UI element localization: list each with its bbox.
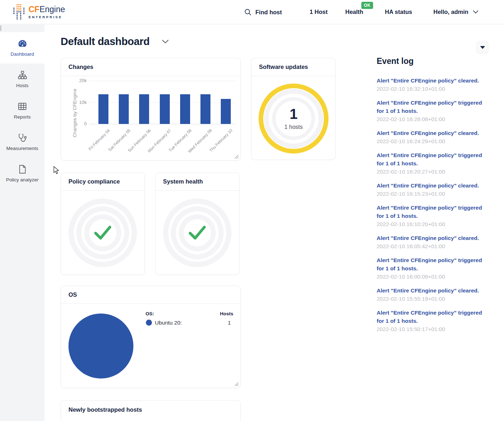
event-message-link[interactable]: Alert "Entire CFEngine policy" triggered… <box>377 99 489 115</box>
sidebar-item-hosts[interactable]: Hosts <box>0 64 45 95</box>
event-timestamp: 2022-02-10 15:55:19+01:00 <box>377 296 489 302</box>
event-message-link[interactable]: Alert "Entire CFEngine policy" cleared. <box>377 129 489 137</box>
event-log-collapse-button[interactable] <box>477 41 488 53</box>
x-axis-tick: Sat February 05 <box>107 128 131 152</box>
resize-handle-icon[interactable] <box>234 155 239 159</box>
event-log-entry: Alert "Entire CFEngine policy" cleared.2… <box>377 129 489 145</box>
bar-mon-february-07[interactable] <box>160 94 170 124</box>
system-health-title: System health <box>163 178 203 185</box>
gridline <box>89 124 236 124</box>
chevron-down-icon <box>473 10 478 14</box>
sidebar-item-label: Policy analyzer <box>6 177 39 182</box>
mouse-cursor <box>54 166 60 175</box>
reports-table-icon <box>18 102 27 111</box>
event-log-entry: Alert "Entire CFEngine policy" triggered… <box>377 309 489 332</box>
sidebar-item-label: Dashboard <box>10 51 34 57</box>
logo-enterprise: ENTERPRISE <box>29 15 65 19</box>
measurements-stethoscope-icon <box>18 133 27 142</box>
user-menu-label: Hello, admin <box>433 9 468 15</box>
sidebar-scrollbar[interactable] <box>0 25 1 31</box>
os-legend-title: OS: <box>146 311 154 316</box>
bar-fri-february-04[interactable] <box>98 94 108 124</box>
event-log: Event log Alert "Entire CFEngine policy"… <box>377 56 489 339</box>
find-host-button[interactable]: Find host <box>244 9 282 16</box>
event-log-entry: Alert "Entire CFEngine policy" triggered… <box>377 151 489 175</box>
dashboard-gauge-icon <box>18 39 27 48</box>
changes-bar-chart: 20k10k0Changes by CFEngineFri February 0… <box>61 76 240 160</box>
ha-status-link[interactable]: HA status <box>385 9 412 15</box>
software-updates-gauge[interactable]: 1 1 hosts <box>259 84 329 154</box>
event-timestamp: 2022-02-10 16:05:42+01:00 <box>377 243 489 250</box>
sidebar: DashboardHostsReportsMeasurementsPolicy … <box>0 25 45 421</box>
changes-card-title: Changes <box>68 64 93 70</box>
event-log-entry: Alert "Entire CFEngine policy" triggered… <box>377 99 489 122</box>
sidebar-item-dashboard[interactable]: Dashboard <box>0 32 45 64</box>
changes-card: Changes 20k10k0Changes by CFEngineFri Fe… <box>61 58 241 161</box>
triangle-down-icon <box>480 46 485 49</box>
event-timestamp: 2022-02-10 16:28:08+01:00 <box>377 116 489 122</box>
policy-compliance-status[interactable] <box>68 199 137 267</box>
cfengine-logo[interactable]: CFEngine ENTERPRISE <box>12 4 65 20</box>
page-title: Default dashboard <box>61 36 150 47</box>
health-status-badge: OK <box>361 2 373 9</box>
event-log-entry: Alert "Entire CFEngine policy" cleared.2… <box>377 181 489 197</box>
bar-wed-february-09[interactable] <box>200 94 210 124</box>
software-updates-card: Software updates 1 1 hosts <box>251 58 336 160</box>
health-label: Health <box>345 9 363 15</box>
sidebar-item-reports[interactable]: Reports <box>0 95 45 126</box>
os-card: OS OS: Hosts Ubuntu 20: 1 <box>61 286 241 388</box>
sidebar-item-label: Measurements <box>6 146 38 151</box>
bar-sat-february-05[interactable] <box>119 94 129 124</box>
event-log-entry: Alert "Entire CFEngine policy" cleared.2… <box>377 286 489 302</box>
bar-tue-february-08[interactable] <box>180 94 190 124</box>
event-timestamp: 2022-02-10 16:10:20+01:00 <box>377 221 489 227</box>
event-message-link[interactable]: Alert "Entire CFEngine policy" cleared. <box>377 234 489 242</box>
system-health-card: System health <box>155 172 240 275</box>
event-message-link[interactable]: Alert "Entire CFEngine policy" triggered… <box>377 256 489 272</box>
x-axis-tick: Thu February 10 <box>209 128 233 153</box>
software-updates-count: 1 <box>290 107 297 121</box>
bar-thu-february-10[interactable] <box>221 99 231 124</box>
event-log-entry: Alert "Entire CFEngine policy" cleared.2… <box>377 76 489 92</box>
sidebar-item-measurements[interactable]: Measurements <box>0 126 45 158</box>
event-timestamp: 2022-02-10 15:50:17+01:00 <box>377 326 489 332</box>
resize-handle-icon[interactable] <box>234 382 239 386</box>
event-log-entry: Alert "Entire CFEngine policy" triggered… <box>377 256 489 280</box>
hosts-sitemap-icon <box>18 70 27 80</box>
dashboard-selector-chevron-icon[interactable] <box>162 40 169 44</box>
app-header: CFEngine ENTERPRISE Find host 1 Host Hea… <box>0 0 504 24</box>
sidebar-item-policy-analyzer[interactable]: Policy analyzer <box>0 158 45 189</box>
check-icon <box>94 225 112 240</box>
gridline <box>89 81 236 81</box>
search-icon <box>244 9 251 16</box>
software-updates-title: Software updates <box>259 64 308 70</box>
event-log-entry: Alert "Entire CFEngine policy" cleared.2… <box>377 234 489 250</box>
host-count-link[interactable]: 1 Host <box>310 9 327 15</box>
system-health-status[interactable] <box>163 199 231 267</box>
os-legend-label: Ubuntu 20: <box>155 320 182 326</box>
event-message-link[interactable]: Alert "Entire CFEngine policy" triggered… <box>377 204 489 220</box>
event-timestamp: 2022-02-10 16:32:10+01:00 <box>377 86 489 92</box>
event-message-link[interactable]: Alert "Entire CFEngine policy" triggered… <box>377 151 489 167</box>
user-menu[interactable]: Hello, admin <box>433 9 478 15</box>
event-timestamp: 2022-02-10 16:24:29+01:00 <box>377 138 489 145</box>
event-message-link[interactable]: Alert "Entire CFEngine policy" triggered… <box>377 309 489 325</box>
os-pie-chart[interactable] <box>68 314 133 379</box>
cfengine-abacus-icon <box>12 4 25 20</box>
find-host-label: Find host <box>255 9 282 16</box>
bar-sun-february-06[interactable] <box>139 94 149 124</box>
os-card-title: OS <box>68 291 77 298</box>
logo-cf: CF <box>29 5 40 14</box>
event-message-link[interactable]: Alert "Entire CFEngine policy" cleared. <box>377 286 489 295</box>
os-legend-dot <box>146 320 152 326</box>
sidebar-item-label: Reports <box>14 114 31 120</box>
event-message-link[interactable]: Alert "Entire CFEngine policy" cleared. <box>377 181 489 190</box>
policy-analyzer-file-icon <box>18 165 27 174</box>
health-link[interactable]: Health OK <box>345 9 363 15</box>
y-axis-tick: 20k <box>65 78 87 83</box>
check-icon <box>188 225 206 240</box>
event-log-entry: Alert "Entire CFEngine policy" triggered… <box>377 204 489 227</box>
os-legend-hosts-header: Hosts <box>220 311 233 316</box>
event-message-link[interactable]: Alert "Entire CFEngine policy" cleared. <box>377 76 489 85</box>
os-legend-value: 1 <box>228 320 231 326</box>
